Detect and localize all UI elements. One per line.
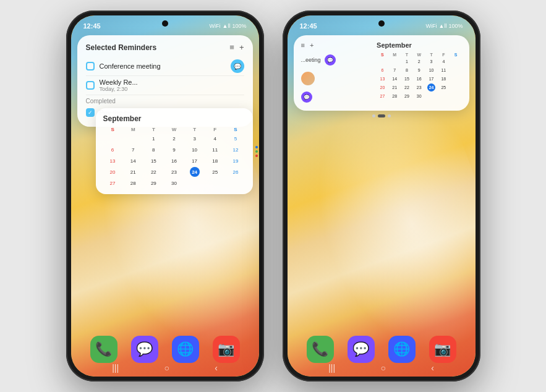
reminders-title: Selected Reminders	[86, 43, 157, 52]
cal-24[interactable]: 24	[190, 167, 200, 177]
checkbox-2[interactable]	[86, 81, 95, 90]
cal-h-s: S	[103, 127, 122, 132]
reminder-badge-1: 💬	[231, 59, 244, 73]
combined-widget[interactable]: ≡ + ...eeting 💬 💬	[294, 35, 469, 111]
cal-h-w: W	[164, 127, 184, 132]
cal-11[interactable]: 11	[210, 145, 220, 155]
cal-12[interactable]: 12	[231, 145, 241, 155]
dock-left: 📞 💬 🌐 📷	[83, 336, 247, 363]
cal-e5: -	[231, 178, 241, 188]
camera-notch-right	[378, 20, 385, 27]
nav-recents-right[interactable]: ‹	[431, 363, 434, 373]
cal-16[interactable]: 16	[169, 156, 179, 166]
nav-bar-right: ||| ○ ‹	[288, 363, 476, 373]
nav-home-right[interactable]: ○	[380, 363, 385, 373]
mini-item-2[interactable]	[301, 70, 372, 87]
cal-26[interactable]: 26	[231, 167, 241, 177]
cal-h-s2: S	[226, 127, 245, 132]
cal-18[interactable]: 18	[210, 156, 220, 166]
list-icon-right[interactable]: ≡	[301, 41, 305, 49]
nav-back-left[interactable]: |||	[112, 363, 119, 373]
cal-h-f: F	[205, 127, 224, 132]
combined-icons: ≡ +	[301, 41, 314, 49]
dock-camera-left[interactable]: 📷	[213, 336, 240, 363]
cal-3[interactable]: 3	[190, 134, 200, 143]
cal-21[interactable]: 21	[128, 167, 138, 177]
cal-9[interactable]: 9	[169, 145, 179, 155]
dot-3	[388, 114, 391, 117]
dock-right: 📞 💬 🌐 📷	[300, 336, 463, 363]
cal-month-left: September	[103, 114, 245, 123]
rh-s: S	[377, 53, 388, 57]
widget-indicator-dots	[294, 114, 469, 117]
cal-7[interactable]: 7	[128, 145, 138, 155]
list-icon[interactable]: ≡	[229, 43, 234, 52]
cal-30[interactable]: 30	[169, 178, 179, 188]
nav-home-left[interactable]: ○	[164, 363, 169, 373]
dock-galaxy-left[interactable]: 🌐	[172, 336, 199, 363]
add-icon[interactable]: +	[239, 43, 244, 52]
dot-1	[372, 114, 375, 117]
cal-8[interactable]: 8	[148, 145, 158, 155]
cal-6[interactable]: 6	[108, 145, 117, 155]
mini-item-1[interactable]: ...eeting 💬	[301, 53, 372, 67]
reminder-item-1[interactable]: Conference meeting 💬	[86, 57, 244, 76]
checkbox-completed[interactable]: ✓	[86, 108, 95, 117]
cal-29[interactable]: 29	[148, 178, 158, 188]
reminder-item-2[interactable]: Weekly Re... Today, 2:30	[86, 76, 244, 95]
cal-h-t2: T	[185, 127, 204, 132]
cal-e4: -	[210, 178, 220, 188]
completed-label: Completed	[86, 98, 244, 104]
cal-14[interactable]: 14	[128, 156, 138, 166]
dot-2	[378, 114, 385, 117]
rh-t2: T	[425, 53, 437, 57]
cal-23[interactable]: 23	[169, 167, 179, 177]
cal-22[interactable]: 22	[148, 167, 158, 177]
reminders-header: Selected Reminders ≡ +	[86, 43, 244, 52]
dock-messages-left[interactable]: 💬	[131, 336, 158, 363]
cal-19[interactable]: 19	[231, 156, 241, 166]
cal-5[interactable]: 5	[231, 134, 241, 143]
dock-camera-right[interactable]: 📷	[429, 336, 456, 363]
reminder-title-2: Weekly Re...	[100, 79, 244, 86]
phone-screen-left: 12:45 WiFi ▲ll 100% Selected Reminders ≡	[71, 15, 259, 377]
cal-grid-left: S M T W T F S - - 1 2 3 4 5	[103, 127, 245, 188]
battery-left: 100%	[232, 23, 246, 29]
mini-item-3[interactable]: 💬	[301, 90, 372, 104]
mini-badge-2: 💬	[301, 92, 312, 103]
reminder-text-1: Conference meeting	[100, 62, 226, 70]
add-icon-right[interactable]: +	[310, 41, 314, 49]
rh-f: F	[438, 53, 450, 57]
cal-27[interactable]: 27	[108, 178, 117, 188]
dock-phone-left[interactable]: 📞	[90, 336, 117, 363]
cal-2[interactable]: 2	[169, 134, 179, 143]
rh-t: T	[401, 53, 413, 57]
battery-right: 100%	[448, 23, 463, 29]
nav-back-right[interactable]: |||	[328, 363, 335, 373]
nav-recents-left[interactable]: ‹	[215, 363, 218, 373]
dock-messages-right[interactable]: 💬	[348, 336, 375, 363]
dock-galaxy-right[interactable]: 🌐	[388, 336, 416, 363]
camera-notch-left	[162, 20, 168, 27]
cal-10[interactable]: 10	[190, 145, 200, 155]
cal-15[interactable]: 15	[148, 156, 158, 166]
wifi-icon: WiFi	[210, 23, 221, 29]
dock-phone-right[interactable]: 📞	[307, 336, 334, 363]
cal-13[interactable]: 13	[108, 156, 117, 166]
cal-e: -	[108, 134, 117, 143]
widget-area-left: Selected Reminders ≡ + Conference meetin…	[77, 35, 253, 194]
phone-screen-right: 12:45 WiFi ▲ll 100% ≡ +	[288, 15, 476, 377]
checkbox-1[interactable]	[86, 62, 95, 70]
cal-20[interactable]: 20	[108, 167, 117, 177]
time-right: 12:45	[300, 22, 317, 30]
mini-badge-msg: 💬	[325, 54, 336, 66]
cal-25[interactable]: 25	[210, 167, 220, 177]
cal-17[interactable]: 17	[190, 156, 200, 166]
cal-28[interactable]: 28	[128, 178, 138, 188]
signal-icon-right: ▲ll	[439, 23, 447, 29]
calendar-widget-left[interactable]: September S M T W T F S - - 1 2	[96, 108, 253, 194]
today-right[interactable]: 24	[427, 83, 435, 92]
cal-4[interactable]: 4	[210, 134, 220, 143]
reminder-sub-2: Today, 2:30	[100, 86, 244, 92]
cal-1[interactable]: 1	[148, 134, 158, 143]
